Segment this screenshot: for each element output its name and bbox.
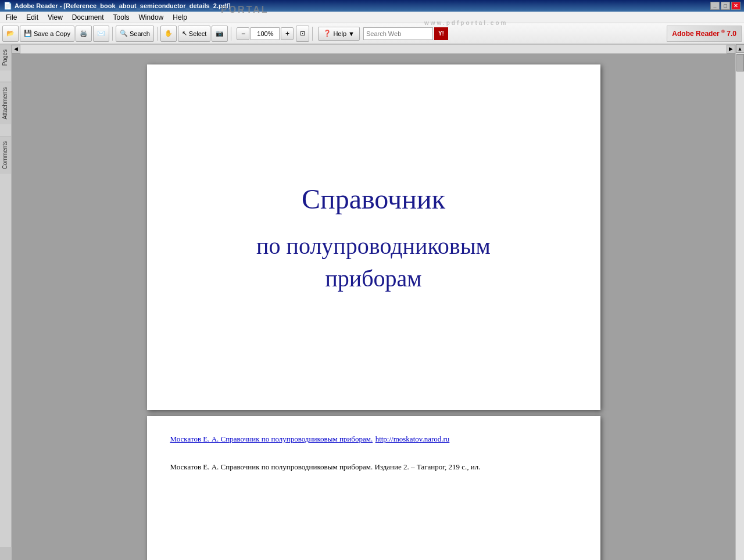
help-button[interactable]: ❓ Help ▼ [318,27,360,41]
save-icon: 💾 [24,30,32,37]
help-chevron-icon: ▼ [348,30,355,37]
minimize-button[interactable]: _ [710,2,720,10]
separator-4 [312,27,313,41]
save-copy-label: Save a Copy [34,30,70,37]
menu-bar: File Edit View Document Tools Window Hel… [0,12,744,23]
scroll-thumb[interactable] [736,54,744,71]
fit-page-button[interactable]: ⊡ [296,26,309,42]
zoom-controls: − + [237,27,294,40]
page2-body-text: Москатов Е. А. Справочник по полупроводн… [170,461,577,473]
portal-watermark: PORTAL www.pdfportal.com [221,5,269,15]
page2-link-area: Москатов Е. А. Справочник по полупроводн… [170,433,577,444]
scroll-track[interactable] [736,53,745,560]
zoom-in-button[interactable]: + [281,27,294,40]
help-icon: ❓ [323,30,331,37]
title-bar-controls[interactable]: _ □ ✕ [710,2,741,10]
menu-window[interactable]: Window [134,12,169,23]
open-button[interactable]: 📂 [2,26,19,42]
portal-url: www.pdfportal.com [424,20,507,26]
separator-2 [157,27,158,41]
print-icon: 🖨️ [80,30,88,37]
maximize-button[interactable]: □ [721,2,730,10]
menu-help[interactable]: Help [168,12,192,23]
toolbar: 📂 💾 Save a Copy 🖨️ ✉️ 🔍 Search ✋ ↖ Selec… [0,23,744,44]
left-sidebar: Pages Attachments Comments [0,44,12,547]
app-icon: 📄 [3,2,12,10]
title-line3: приборам [256,263,491,295]
search-label: Search [130,30,150,37]
open-icon: 📂 [6,30,15,37]
fit-icon: ⊡ [300,30,305,37]
select-button[interactable]: ↖ Select [178,26,211,42]
title-line2: по полупроводниковым [256,230,491,263]
adobe-text: Adobe Reader ® 7.0 [672,29,736,38]
menu-file[interactable]: File [1,12,22,23]
help-area: ❓ Help ▼ [318,27,360,41]
snapshot-button[interactable]: 📷 [212,26,228,42]
h-scroll-thumb-area[interactable] [20,45,727,53]
menu-document[interactable]: Document [67,12,109,23]
h-scroll-track: ◀ ▶ [12,44,735,53]
camera-icon: 📷 [216,30,224,37]
search-icon: 🔍 [120,30,128,37]
search-button[interactable]: 🔍 Search [116,26,154,42]
hand-icon: ✋ [164,30,173,37]
pdf-page-2: Москатов Е. А. Справочник по полупроводн… [147,416,600,560]
zoom-out-button[interactable]: − [237,27,249,40]
main-layout: Pages Attachments Comments ◀ ▶ [0,44,744,547]
menu-edit[interactable]: Edit [22,12,43,23]
adobe-reader-logo: Adobe Reader ® 7.0 [667,26,742,42]
separator-1 [112,27,113,41]
page2-link-url[interactable]: http://moskatov.narod.ru [375,435,450,443]
zoom-input[interactable] [251,27,280,40]
menu-view[interactable]: View [43,12,67,23]
content-with-scroll: ◀ ▶ Справочник по полупроводниковым приб… [12,44,744,547]
yahoo-button[interactable]: Y! [434,27,448,40]
email-button[interactable]: ✉️ [93,26,109,42]
select-label: Select [189,30,207,37]
content-area: ◀ ▶ Справочник по полупроводниковым приб… [12,44,735,560]
separator-3 [231,27,231,41]
title-bar: 📄 Adobe Reader - [Reference_book_about_s… [0,0,744,12]
pdf-title: Справочник по полупроводниковым приборам [256,180,491,295]
title-line1: Справочник [256,180,491,218]
close-button[interactable]: ✕ [731,2,741,10]
save-copy-button[interactable]: 💾 Save a Copy [20,26,74,42]
search-web-input[interactable] [363,27,433,40]
scroll-right-button[interactable]: ▶ [727,45,735,53]
page2-link-text[interactable]: Москатов Е. А. Справочник по полупроводн… [170,435,373,443]
title-bar-left: 📄 Adobe Reader - [Reference_book_about_s… [3,2,231,10]
pdf-container: Справочник по полупроводниковым приборам… [12,53,735,560]
portal-label: PORTAL [221,5,269,15]
help-label: Help [333,30,346,37]
vertical-scrollbar: ▲ ▼ [735,44,744,560]
print-button[interactable]: 🖨️ [76,26,92,42]
menu-tools[interactable]: Tools [109,12,134,23]
cursor-icon: ↖ [182,30,187,37]
scroll-up-button[interactable]: ▲ [736,44,745,53]
sidebar-tab-pages[interactable]: Pages [0,44,11,70]
email-icon: ✉️ [97,30,105,37]
horizontal-scrollbar: ◀ ▶ [12,44,735,53]
window-title: Adobe Reader - [Reference_book_about_sem… [15,2,231,9]
scroll-left-button[interactable]: ◀ [12,45,20,53]
sidebar-tab-comments[interactable]: Comments [0,136,11,174]
sidebar-tab-attachments[interactable]: Attachments [0,82,11,124]
pdf-page-1: Справочник по полупроводниковым приборам [147,64,600,410]
hand-tool-button[interactable]: ✋ [160,26,177,42]
